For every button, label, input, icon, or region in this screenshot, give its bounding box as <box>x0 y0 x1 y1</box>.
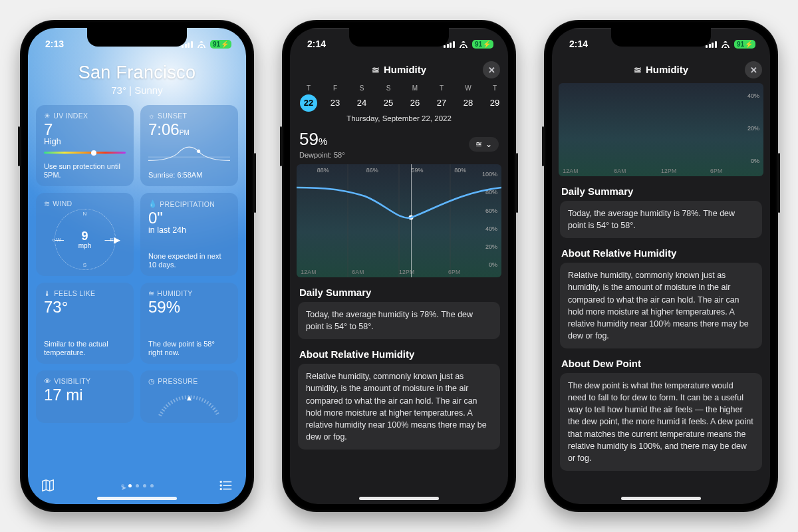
tile-visibility[interactable]: 👁VISIBILITY 17 mi <box>36 370 134 423</box>
tile-footer: The dew point is 58° right now. <box>148 340 230 358</box>
day-of-week: M <box>402 84 428 92</box>
bottom-toolbar: ➤ <box>28 477 246 493</box>
city-name: San Francisco <box>28 63 246 83</box>
day-column[interactable]: M26 <box>402 84 428 112</box>
day-number: 22 <box>300 94 317 112</box>
humidity-chart-cropped[interactable]: 40% 20% 0% 12AM 6AM 12PM 6PM <box>559 83 763 176</box>
metric-picker[interactable]: ≊ ⌄ <box>469 137 499 152</box>
page-dots[interactable]: ➤ <box>121 484 154 487</box>
screen: 2:13 91⚡ San Francisco 73° | Sunny ☀︎UV … <box>28 28 246 504</box>
pressure-gauge <box>148 388 230 417</box>
weather-tiles: ☀︎UV INDEX 7 High Use sun protection unt… <box>28 96 246 423</box>
tile-value: 17 mi <box>44 386 126 403</box>
wifi-icon <box>196 40 207 48</box>
day-column[interactable]: S25 <box>375 84 402 112</box>
list-button[interactable] <box>218 477 234 493</box>
section-title-about-rel: About Relative Humidity <box>561 247 761 259</box>
notch <box>87 28 187 47</box>
close-button[interactable]: ✕ <box>483 61 500 78</box>
tile-footer: Use sun protection until 5PM. <box>44 162 126 181</box>
tile-footer: None expected in next 10 days. <box>148 252 230 271</box>
detail-title: Humidity <box>646 64 688 75</box>
humidity-icon: ≊ <box>475 140 482 149</box>
battery-icon: 91⚡ <box>210 40 231 49</box>
phone-humidity-detail: 2:14 91⚡ ≊ Humidity ✕ T22F23S24S25M26T27… <box>282 20 516 512</box>
notch <box>349 28 449 47</box>
humidity-chart[interactable]: 88% 86% 59% 80% 100% 80% 60% 40% 20% 0% … <box>297 164 501 277</box>
day-column[interactable]: T22 <box>295 84 322 112</box>
home-indicator[interactable] <box>97 497 177 500</box>
about-relative-humidity-panel: Relative humidity, commonly known just a… <box>298 364 500 450</box>
tile-label: WIND <box>53 200 72 207</box>
x-tick: 6AM <box>614 168 626 174</box>
current-reading-row: 59% Dewpoint: 58° ≊ ⌄ <box>290 122 508 159</box>
notch <box>611 28 711 47</box>
day-number: 29 <box>486 94 503 112</box>
day-of-week: F <box>322 84 348 92</box>
day-of-week: W <box>455 84 481 92</box>
day-column[interactable]: T27 <box>428 84 455 112</box>
day-of-week: T <box>428 84 455 92</box>
svg-point-7 <box>220 485 221 486</box>
x-tick: 12AM <box>563 168 578 174</box>
day-of-week: T <box>295 84 322 92</box>
chevron-down-icon: ⌄ <box>485 140 492 149</box>
thermometer-icon: 🌡 <box>44 289 51 297</box>
day-of-week: S <box>348 84 375 92</box>
humidity-value: 59% <box>299 129 345 150</box>
sunset-icon: ☼ <box>148 112 155 120</box>
home-indicator[interactable] <box>359 497 439 500</box>
wind-compass: NSEW ◦——▶ 9mph <box>55 209 116 270</box>
about-relative-humidity-panel: Relative humidity, commonly known just a… <box>560 263 762 348</box>
day-scroller[interactable]: T22F23S24S25M26T27W28T29 <box>290 80 508 113</box>
tile-value: 7 <box>44 121 126 138</box>
tile-sunset[interactable]: ☼SUNSET 7:06PM Sunrise: 6:58AM <box>140 105 238 186</box>
tile-wind[interactable]: ≋WIND NSEW ◦——▶ 9mph <box>36 193 134 276</box>
close-button[interactable]: ✕ <box>745 61 762 78</box>
y-tick: 20% <box>747 125 759 132</box>
tile-feels-like[interactable]: 🌡FEELS LIKE 73° Similar to the actual te… <box>36 283 134 364</box>
phone-weather-overview: 2:13 91⚡ San Francisco 73° | Sunny ☀︎UV … <box>20 20 254 512</box>
day-of-week: S <box>375 84 402 92</box>
tile-footer: Similar to the actual temperature. <box>44 340 126 358</box>
detail-title: Humidity <box>384 64 426 75</box>
y-tick: 40% <box>747 92 759 99</box>
location-arrow-icon: ➤ <box>121 484 124 487</box>
day-number: 26 <box>406 94 424 112</box>
day-number: 23 <box>327 94 344 112</box>
tile-uv-index[interactable]: ☀︎UV INDEX 7 High Use sun protection unt… <box>36 105 134 186</box>
clock: 2:13 <box>45 39 64 49</box>
about-dew-point-panel: The dew point is what the temperature wo… <box>560 373 762 471</box>
humidity-icon: ≊ <box>634 65 642 75</box>
day-column[interactable]: T29 <box>481 84 508 112</box>
day-column[interactable]: S24 <box>348 84 375 112</box>
wind-speed: 9 <box>81 230 88 242</box>
detail-header: ≊ Humidity ✕ <box>290 60 508 80</box>
home-indicator[interactable] <box>621 497 701 500</box>
day-column[interactable]: F23 <box>322 84 348 112</box>
tile-pressure[interactable]: ◷PRESSURE <box>140 370 238 423</box>
map-button[interactable] <box>40 477 56 493</box>
svg-point-8 <box>220 489 221 490</box>
tile-sublabel: in last 24h <box>148 225 230 235</box>
battery-icon: 91⚡ <box>472 40 493 49</box>
sun-icon: ☀︎ <box>44 112 51 120</box>
tile-label: UV INDEX <box>53 112 88 120</box>
day-column[interactable]: W28 <box>455 84 481 112</box>
tile-precipitation[interactable]: 💧PRECIPITATION 0" in last 24h None expec… <box>140 193 238 276</box>
battery-icon: 91⚡ <box>734 40 755 49</box>
droplet-icon: 💧 <box>148 200 157 208</box>
phone-humidity-about: 2:14 91⚡ ≊ Humidity ✕ 40% 20% 0% 12AM 6A… <box>544 20 778 512</box>
sun-path-chart <box>148 142 230 164</box>
tile-label: HUMIDITY <box>157 289 192 297</box>
humidity-icon: ≊ <box>148 289 154 297</box>
section-title-about-rel: About Relative Humidity <box>299 348 499 360</box>
tile-humidity[interactable]: ≊HUMIDITY 59% The dew point is 58° right… <box>140 283 238 364</box>
summary-panel: Today, the average humidity is 78%. The … <box>298 302 500 339</box>
day-number: 27 <box>433 94 450 112</box>
x-tick: 12PM <box>661 168 676 174</box>
wifi-icon <box>458 40 469 48</box>
y-tick: 0% <box>751 158 759 164</box>
tile-label: SUNSET <box>158 112 187 120</box>
svg-point-6 <box>220 481 221 483</box>
